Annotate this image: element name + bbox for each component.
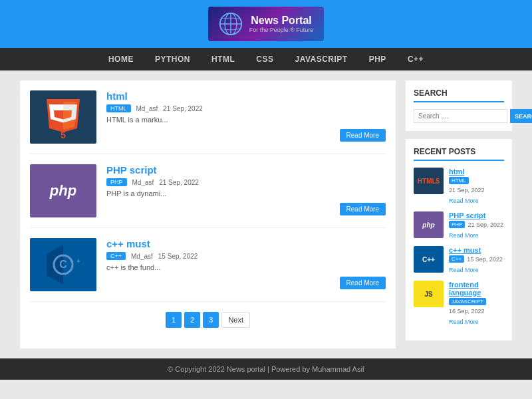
post-thumbnail-php: php (30, 164, 96, 217)
recent-post-tag: C++ (449, 255, 464, 263)
recent-post-title[interactable]: c++ must (449, 246, 504, 254)
page-3-button[interactable]: 3 (203, 312, 219, 328)
recent-post-meta: C++ 15 Sep, 2022 (449, 255, 504, 263)
search-button[interactable]: SEARCH (510, 109, 532, 123)
post-content: PHP script PHP Md_asf 21 Sep, 2022 PHP i… (106, 164, 386, 215)
recent-posts-title: RECENT POSTS (414, 147, 504, 161)
php-thumbnail: php (30, 164, 96, 217)
site-footer: © Copyright 2022 News portal | Powered b… (0, 358, 532, 380)
nav-php[interactable]: PHP (358, 48, 397, 70)
post-author: Md_asf (132, 179, 154, 186)
footer-text: © Copyright 2022 News portal | Powered b… (168, 365, 364, 373)
main-nav: HOME PYTHON HTML CSS JAVASCRIPT PHP C++ (0, 48, 532, 70)
nav-home[interactable]: HOME (98, 48, 144, 70)
cpp-thumbnail: C + + (30, 238, 96, 291)
page-1-button[interactable]: 1 (166, 312, 182, 328)
globe-icon (219, 12, 243, 36)
recent-post-tag: JAVASCRIPT (449, 298, 486, 305)
recent-post-item: C++ c++ must C++ 15 Sep, 2022 Read More (414, 246, 504, 274)
svg-text:5: 5 (61, 130, 66, 140)
page-next-button[interactable]: Next (221, 312, 250, 328)
post-title[interactable]: c++ must (106, 238, 386, 249)
search-widget: SEARCH SEARCH (406, 80, 512, 131)
post-tag: PHP (106, 178, 127, 186)
recent-post-info: html HTML 21 Sep, 2022 Read More (449, 168, 504, 205)
recent-post-item: JS frontend language JAVASCRIPT 16 Sep, … (414, 281, 504, 326)
mini-html-logo: HTML5 (414, 168, 444, 194)
mini-cpp-logo: C++ (414, 246, 444, 273)
search-row: SEARCH (414, 109, 504, 123)
post-excerpt: PHP is a dynami... (106, 190, 386, 198)
nav-javascript[interactable]: JAVASCRIPT (284, 48, 358, 70)
recent-thumb-cpp: C++ (414, 246, 444, 273)
main-container: 5 html HTML Md_asf 21 Sep, 2022 HTML is … (13, 80, 519, 348)
recent-post-info: PHP script PHP 21 Sep, 2022 Read More (449, 211, 504, 239)
post-content: html HTML Md_asf 21 Sep, 2022 HTML is a … (106, 90, 386, 142)
php-logo-text: php (50, 182, 76, 200)
post-excerpt: c++ is the fund... (106, 263, 386, 271)
post-title[interactable]: PHP script (106, 164, 386, 176)
page-2-button[interactable]: 2 (184, 312, 200, 328)
svg-text:+: + (70, 257, 74, 265)
recent-post-item: HTML5 html HTML 21 Sep, 2022 Read More (414, 168, 504, 205)
read-more-button[interactable]: Read More (340, 203, 386, 215)
nav-python[interactable]: PYTHON (144, 48, 201, 70)
post-date: 21 Sep, 2022 (163, 105, 203, 112)
recent-read-more-link[interactable]: Read More (449, 198, 479, 204)
post-meta: HTML Md_asf 21 Sep, 2022 (106, 104, 386, 112)
recent-read-more-link[interactable]: Read More (449, 267, 479, 273)
logo[interactable]: News Portal For the People ® Future (208, 7, 325, 41)
recent-post-meta: HTML 21 Sep, 2022 (449, 177, 504, 194)
nav-html[interactable]: HTML (201, 48, 245, 70)
recent-read-more-link[interactable]: Read More (449, 232, 479, 239)
recent-post-item: php PHP script PHP 21 Sep, 2022 Read Mor… (414, 211, 504, 239)
recent-post-date: 21 Sep, 2022 (449, 187, 485, 194)
recent-thumb-html: HTML5 (414, 168, 444, 194)
post-author: Md_asf (131, 253, 153, 260)
post-thumbnail-cpp: C + + (30, 238, 96, 291)
pagination: 1 2 3 Next (30, 312, 386, 328)
logo-title: News Portal (249, 15, 314, 27)
mini-php-logo: php (414, 211, 444, 238)
recent-post-date: 21 Sep, 2022 (467, 221, 503, 228)
post-tag: HTML (106, 104, 131, 112)
post-title[interactable]: html (106, 90, 386, 102)
recent-post-info: frontend language JAVASCRIPT 16 Sep, 202… (449, 281, 504, 326)
read-more-button[interactable]: Read More (340, 129, 386, 142)
logo-text: News Portal For the People ® Future (249, 15, 314, 33)
search-input[interactable] (414, 109, 507, 123)
recent-post-meta: JAVASCRIPT 16 Sep, 2022 (449, 298, 504, 315)
recent-post-tag: PHP (449, 221, 465, 228)
recent-post-meta: PHP 21 Sep, 2022 (449, 221, 504, 228)
nav-cpp[interactable]: C++ (397, 48, 434, 70)
recent-post-title[interactable]: frontend language (449, 281, 504, 297)
sidebar: SEARCH SEARCH RECENT POSTS HTML5 html HT… (406, 80, 512, 348)
post-date: 21 Sep, 2022 (159, 179, 199, 186)
read-more-button[interactable]: Read More (340, 277, 386, 289)
post-thumbnail-html: 5 (30, 90, 96, 144)
posts-column: 5 html HTML Md_asf 21 Sep, 2022 HTML is … (20, 80, 396, 348)
recent-post-title[interactable]: html (449, 168, 504, 176)
post-item: 5 html HTML Md_asf 21 Sep, 2022 HTML is … (30, 90, 386, 154)
recent-post-tag: HTML (449, 177, 469, 184)
recent-post-info: c++ must C++ 15 Sep, 2022 Read More (449, 246, 504, 274)
logo-subtitle: For the People ® Future (249, 27, 314, 33)
cpp-logo: C + + (40, 241, 86, 288)
post-excerpt: HTML is a marku... (106, 116, 386, 124)
svg-text:C: C (59, 259, 67, 270)
recent-post-title[interactable]: PHP script (449, 211, 504, 219)
post-item: C + + c++ must C++ Md_asf 15 Sep, 2022 c… (30, 238, 386, 302)
site-header: News Portal For the People ® Future (0, 0, 532, 48)
mini-js-logo: JS (414, 281, 444, 307)
recent-posts-widget: RECENT POSTS HTML5 html HTML 21 Sep, 202… (406, 139, 512, 340)
recent-thumb-php: php (414, 211, 444, 238)
recent-read-more-link[interactable]: Read More (449, 319, 479, 325)
post-author: Md_asf (136, 105, 158, 112)
post-meta: PHP Md_asf 21 Sep, 2022 (106, 178, 386, 186)
search-widget-title: SEARCH (414, 88, 504, 102)
post-date: 15 Sep, 2022 (158, 253, 198, 260)
post-content: c++ must C++ Md_asf 15 Sep, 2022 c++ is … (106, 238, 386, 289)
svg-text:+: + (76, 257, 80, 265)
html5-logo: 5 (40, 94, 86, 140)
nav-css[interactable]: CSS (245, 48, 284, 70)
